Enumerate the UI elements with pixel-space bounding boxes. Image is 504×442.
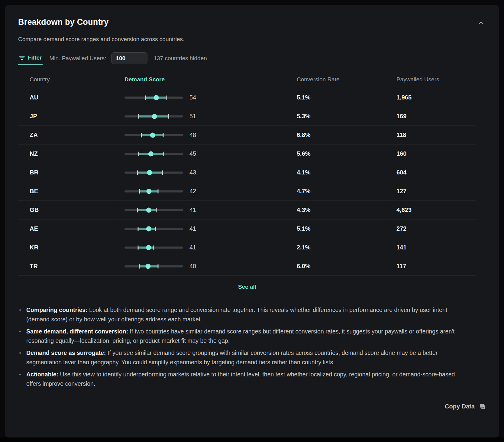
conversion-rate-value: 6.0% — [290, 257, 390, 275]
demand-score-dot[interactable] — [145, 264, 150, 269]
range-min-tick[interactable] — [138, 151, 139, 156]
demand-score-value: 48 — [189, 132, 196, 138]
range-max-tick[interactable] — [157, 264, 158, 268]
range-min-tick[interactable] — [145, 95, 146, 100]
copy-data-button[interactable]: Copy Data — [445, 403, 486, 410]
demand-score-dot[interactable] — [150, 132, 155, 138]
range-min-tick[interactable] — [138, 114, 139, 119]
subtitle: Compare demand score ranges and conversi… — [18, 36, 486, 43]
demand-score-range-slider[interactable] — [124, 207, 183, 213]
range-max-tick[interactable] — [163, 133, 164, 137]
conversion-rate-value: 2.1% — [290, 238, 390, 257]
paywalled-users-value: 118 — [390, 126, 476, 144]
demand-score-range-slider[interactable] — [124, 151, 183, 157]
filter-tab[interactable]: Filter — [18, 54, 43, 65]
range-max-tick[interactable] — [166, 95, 166, 100]
filter-row: Filter Min. Paywalled Users: 137 countri… — [18, 52, 486, 64]
copy-icon — [480, 403, 486, 410]
country-code: TR — [18, 257, 118, 275]
range-min-tick[interactable] — [141, 133, 142, 137]
paywalled-users-value: 141 — [390, 238, 476, 257]
table-row: GB 41 4.3% 4,623 — [18, 201, 476, 219]
min-paywalled-users-input[interactable] — [111, 52, 147, 64]
demand-score-value: 41 — [189, 206, 196, 213]
range-min-tick[interactable] — [139, 189, 140, 193]
copy-data-label: Copy Data — [445, 403, 475, 410]
table-row: KR 41 2.1% 141 — [18, 238, 476, 257]
demand-score-dot[interactable] — [146, 207, 151, 213]
column-header-paywalled-users[interactable]: Paywalled Users — [390, 71, 476, 88]
country-code: BR — [18, 163, 118, 182]
chevron-up-icon — [477, 23, 485, 28]
range-max-tick[interactable] — [153, 245, 154, 250]
range-max-tick[interactable] — [156, 208, 157, 212]
demand-score-range-slider[interactable] — [124, 132, 183, 138]
demand-score-dot[interactable] — [147, 170, 152, 175]
column-header-demand-score[interactable]: Demand Score — [118, 71, 290, 88]
demand-score-value: 42 — [189, 188, 196, 195]
range-max-tick[interactable] — [155, 226, 156, 231]
demand-score-range-slider[interactable] — [124, 226, 183, 232]
column-header-conversion-rate[interactable]: Conversion Rate — [290, 71, 390, 88]
demand-score-value: 43 — [189, 169, 196, 176]
paywalled-users-value: 604 — [390, 163, 476, 182]
range-max-tick[interactable] — [157, 189, 158, 193]
paywalled-users-value: 160 — [390, 145, 476, 163]
paywalled-users-value: 127 — [390, 182, 476, 200]
demand-score-dot[interactable] — [147, 189, 152, 194]
demand-score-range-slider[interactable] — [124, 114, 183, 119]
min-paywalled-users-label: Min. Paywalled Users: — [49, 55, 106, 62]
country-code: AE — [18, 219, 118, 238]
see-all-button[interactable]: See all — [238, 284, 256, 290]
range-min-tick[interactable] — [137, 245, 138, 250]
insight-notes: Comparing countries: Look at both demand… — [18, 305, 486, 388]
demand-score-value: 54 — [189, 94, 196, 101]
conversion-rate-value: 5.3% — [290, 107, 390, 125]
note-same-demand-different-conversion: Same demand, different conversion: If tw… — [18, 327, 469, 346]
conversion-rate-value: 4.7% — [290, 182, 390, 200]
see-all-wrap: See all — [18, 284, 476, 290]
card-header: Breakdown by Country — [18, 18, 486, 29]
range-max-tick[interactable] — [163, 151, 164, 156]
table-row: AU 54 5.1% 1,965 — [18, 88, 476, 107]
demand-score-value: 40 — [189, 263, 196, 270]
demand-score-dot[interactable] — [146, 226, 151, 231]
country-code: BE — [18, 182, 118, 200]
demand-score-dot[interactable] — [148, 151, 153, 156]
column-header-country[interactable]: Country — [18, 71, 118, 88]
demand-score-range-slider[interactable] — [124, 170, 183, 175]
range-min-tick[interactable] — [137, 208, 138, 212]
collapse-button[interactable] — [476, 18, 486, 29]
demand-score-dot[interactable] — [152, 114, 157, 119]
range-min-tick[interactable] — [139, 264, 140, 268]
demand-score-range-slider[interactable] — [124, 189, 183, 194]
page-bottom-strip — [0, 437, 504, 442]
note-actionable: Actionable: Use this view to identify un… — [18, 370, 469, 388]
range-max-tick[interactable] — [162, 170, 163, 175]
table-row: BE 42 4.7% 127 — [18, 182, 476, 201]
country-code: AU — [18, 88, 118, 107]
paywalled-users-value: 169 — [390, 107, 476, 125]
conversion-rate-value: 6.8% — [290, 126, 390, 144]
note-comparing-countries: Comparing countries: Look at both demand… — [18, 305, 469, 324]
range-min-tick[interactable] — [137, 170, 138, 175]
demand-score-range-slider[interactable] — [124, 264, 183, 269]
range-min-tick[interactable] — [137, 226, 138, 231]
demand-score-dot[interactable] — [153, 95, 159, 100]
table-row: ZA 48 6.8% 118 — [18, 126, 476, 145]
demand-score-value: 45 — [189, 150, 196, 157]
breakdown-card: Breakdown by Country Compare demand scor… — [5, 5, 499, 437]
demand-score-dot[interactable] — [146, 245, 151, 250]
country-code: NZ — [18, 145, 118, 163]
range-max-tick[interactable] — [168, 114, 169, 119]
demand-score-range-slider[interactable] — [124, 245, 183, 250]
paywalled-users-value: 4,623 — [390, 201, 476, 219]
note-demand-score-as-surrogate: Demand score as surrogate: If you see si… — [18, 348, 469, 367]
hidden-countries-note: 137 countries hidden — [153, 55, 207, 62]
table-row: AE 41 5.1% 272 — [18, 219, 476, 238]
conversion-rate-value: 4.1% — [290, 163, 390, 182]
paywalled-users-value: 1,965 — [390, 88, 476, 107]
table-row: BR 43 4.1% 604 — [18, 163, 476, 182]
table-row: TR 40 6.0% 117 — [18, 257, 476, 276]
demand-score-range-slider[interactable] — [124, 95, 183, 100]
